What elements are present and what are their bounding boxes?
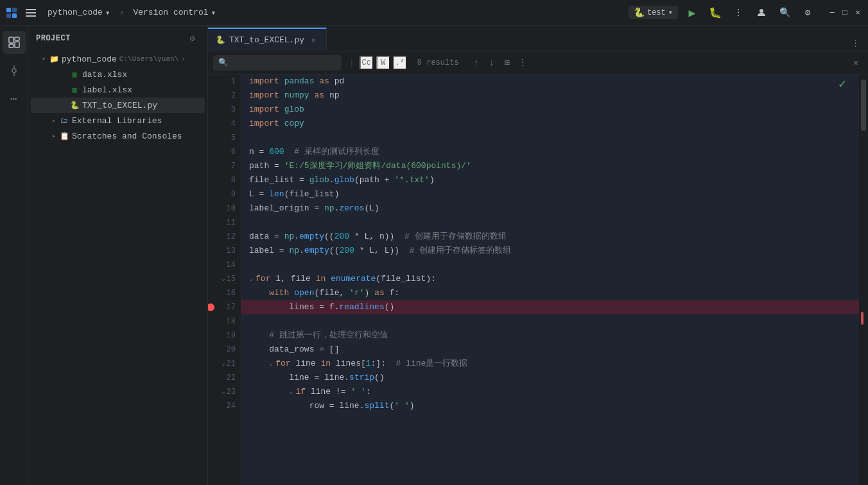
line-num-15: ⌄ 15 — [208, 272, 236, 286]
search-input[interactable] — [232, 58, 322, 67]
sidebar: Project ⚙ ▾ 📁 python_code C:\Users\yuan\… — [28, 26, 208, 485]
whole-word-button[interactable]: W — [376, 56, 390, 70]
search-next-button[interactable]: ↓ — [485, 56, 499, 70]
sidebar-settings-icon[interactable]: ⚙ — [186, 31, 200, 46]
code-line-3: import glob — [241, 103, 859, 117]
label-xlsx-label: label.xlsx — [82, 85, 132, 95]
line-num-2: 2 — [208, 89, 236, 103]
activity-bar: ⋯ — [0, 26, 28, 485]
tree-item-label-xlsx[interactable]: ▸ ▦ label.xlsx — [31, 82, 205, 98]
external-folder-icon: 🗂 — [59, 115, 69, 126]
external-arrow: ▸ — [49, 115, 59, 126]
code-line-22: line = line.strip() — [241, 371, 859, 385]
tab-bar-actions: ⋮ — [842, 35, 868, 51]
nav-separator: › — [119, 8, 125, 17]
code-line-5 — [241, 131, 859, 145]
minimize-button[interactable]: — — [827, 8, 837, 18]
tree-item-external[interactable]: ▸ 🗂 External Libraries — [31, 113, 205, 128]
code-line-13: label = np.empty((200 * L, L)) # 创建用于存储标… — [241, 244, 859, 258]
line-23-fold[interactable]: ⌄ — [221, 385, 225, 399]
line-num-22: 22 — [208, 371, 236, 385]
settings-button[interactable]: ⚙ — [799, 4, 817, 22]
tab-py-icon: 🐍 — [216, 35, 225, 45]
code-content[interactable]: ✓ import pandas as pd import numpy as np… — [241, 74, 859, 485]
activity-commit-icon[interactable] — [3, 59, 26, 82]
activity-project-icon[interactable] — [3, 31, 26, 54]
line-21-fold[interactable]: ⌄ — [221, 357, 225, 371]
recent-files-button[interactable]: ⋮ — [847, 35, 863, 51]
search-prev-button[interactable]: ↑ — [469, 56, 483, 70]
debug-button[interactable]: 🐛 — [706, 4, 724, 22]
code-line-7: path = 'E:/5深度学习/师姐资料/data(600points)/' — [241, 159, 859, 173]
svg-rect-0 — [6, 8, 11, 12]
code-line-21: ⌄ for line in lines[1:]: # line是一行数据 — [241, 357, 859, 371]
breakpoint-17[interactable] — [208, 303, 214, 311]
search-more-button[interactable]: ⋮ — [516, 56, 530, 70]
root-folder-label: python_code — [62, 55, 117, 64]
scrollbar[interactable] — [859, 74, 868, 485]
code-line-20: data_rows = [] — [241, 343, 859, 357]
tree-item-scratches[interactable]: ▸ 📋 Scratches and Consoles — [31, 128, 205, 144]
regex-button[interactable]: .* — [393, 56, 407, 70]
svg-rect-6 — [15, 37, 19, 40]
project-nav[interactable]: python_code ▾ — [44, 6, 114, 19]
close-button[interactable]: ✕ — [853, 8, 863, 18]
run-config-selector[interactable]: 🐍 test ▾ — [629, 6, 678, 19]
code-line-11 — [241, 216, 859, 230]
account-button[interactable] — [752, 4, 770, 22]
code-line-8: file_list = glob.glob(path + '*.txt') — [241, 173, 859, 187]
code-line-14 — [241, 258, 859, 272]
line-num-5: 5 — [208, 131, 236, 145]
maximize-button[interactable]: □ — [840, 8, 850, 18]
hamburger-menu[interactable] — [23, 6, 39, 19]
root-path: C:\Users\yuan\ — [119, 55, 178, 63]
run-button[interactable]: ▶ — [683, 4, 701, 22]
version-control-nav[interactable]: Version control ▾ — [129, 6, 220, 19]
code-line-24: row = line.split(' ') — [241, 399, 859, 413]
code-editor: 1 2 3 4 5 6 7 8 9 10 11 12 13 14 ⌄ 15 16 — [208, 74, 868, 485]
check-mark: ✓ — [838, 76, 846, 92]
tab-txt-to-excel[interactable]: 🐍 TXT_to_EXCEL.py ✕ — [208, 28, 327, 51]
svg-point-9 — [12, 69, 16, 72]
version-control-dropdown-icon: ▾ — [211, 8, 216, 18]
search-results: 0 results — [412, 58, 464, 67]
activity-more-icon[interactable]: ⋯ — [3, 87, 26, 110]
code-line-10: label_origin = np.zeros(L) — [241, 201, 859, 216]
tree-item-py[interactable]: ▸ 🐍 TXT_to_EXCEL.py — [31, 98, 205, 113]
code-line-1: import pandas as pd — [241, 74, 859, 89]
code-line-6: n = 600 # 采样的测试序列长度 — [241, 145, 859, 159]
line-23-fold-arrow[interactable]: ⌄ — [289, 385, 293, 399]
code-line-12: data = np.empty((200 * L, n)) # 创建用于存储数据… — [241, 230, 859, 244]
line-num-9: 9 — [208, 187, 236, 201]
project-tree: ▾ 📁 python_code C:\Users\yuan\ › ▸ ▦ dat… — [28, 51, 207, 144]
code-line-19: # 跳过第一行，处理空行和空值 — [241, 328, 859, 343]
scrollbar-thumb[interactable] — [861, 80, 866, 131]
line-num-16: 16 — [208, 286, 236, 300]
match-case-button[interactable]: Cc — [360, 56, 374, 70]
search-close-button[interactable]: ✕ — [849, 56, 863, 70]
search-bar: 🔍 | Cc W .* 0 results ↑ ↓ ⊞ ⋮ ✕ — [208, 51, 868, 74]
line-num-21: ⌄ 21 — [208, 357, 236, 371]
svg-rect-3 — [12, 13, 17, 18]
tree-item-root[interactable]: ▾ 📁 python_code C:\Users\yuan\ › — [31, 51, 205, 67]
search-options: | Cc W .* — [347, 56, 407, 70]
code-line-9: L = len(file_list) — [241, 187, 859, 201]
more-options-button[interactable]: ⋮ — [729, 4, 747, 22]
line-num-8: 8 — [208, 173, 236, 187]
code-line-18 — [241, 314, 859, 328]
tab-close-button[interactable]: ✕ — [308, 35, 318, 45]
code-line-4: import copy — [241, 117, 859, 131]
line-num-19: 19 — [208, 328, 236, 343]
svg-rect-2 — [6, 13, 11, 18]
svg-rect-8 — [9, 44, 13, 47]
code-line-23: ⌄ if line != ' ': — [241, 385, 859, 399]
line-21-fold-arrow[interactable]: ⌄ — [269, 357, 273, 371]
search-button[interactable]: 🔍 — [776, 4, 794, 22]
code-line-16: with open(file, 'r') as f: — [241, 286, 859, 300]
line-15-fold[interactable]: ⌄ — [221, 272, 225, 286]
tree-item-data-xlsx[interactable]: ▸ ▦ data.xlsx — [31, 67, 205, 82]
search-filter-button[interactable]: ⊞ — [500, 56, 514, 70]
line-15-fold-arrow[interactable]: ⌄ — [249, 272, 253, 286]
line-num-24: 24 — [208, 399, 236, 413]
line-num-20: 20 — [208, 343, 236, 357]
